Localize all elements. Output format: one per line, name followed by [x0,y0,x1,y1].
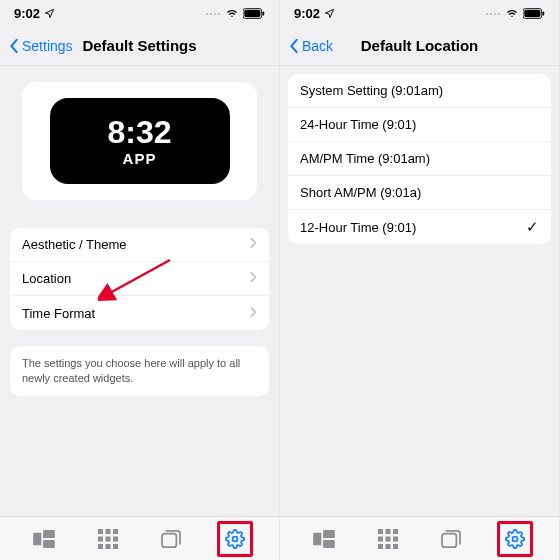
tab-card[interactable] [433,521,469,557]
option-12-hour[interactable]: 12-Hour Time (9:01) ✓ [288,210,551,244]
status-time: 9:02 [14,6,40,21]
status-time: 9:02 [294,6,320,21]
row-location[interactable]: Location [10,262,269,296]
svg-rect-25 [385,529,390,534]
row-label: Location [22,271,71,286]
page-title: Default Settings [82,37,196,54]
option-24-hour[interactable]: 24-Hour Time (9:01) [288,108,551,142]
battery-icon [523,8,545,19]
back-button[interactable]: Back [288,38,333,54]
location-arrow-icon [324,8,335,19]
back-button[interactable]: Settings [8,38,73,54]
svg-rect-22 [323,530,335,538]
row-label: Aesthetic / Theme [22,237,127,252]
status-bar: 9:02 •••• [280,0,559,26]
option-ampm[interactable]: AM/PM Time (9:01am) [288,142,551,176]
svg-rect-29 [393,536,398,541]
chevron-left-icon [8,38,20,54]
option-label: 12-Hour Time (9:01) [300,220,416,235]
chevron-right-icon [249,237,257,252]
svg-rect-9 [113,529,118,534]
svg-rect-24 [378,529,383,534]
svg-rect-14 [105,544,110,549]
svg-rect-2 [262,11,264,15]
tab-widgets[interactable] [26,521,62,557]
content: System Setting (9:01am) 24-Hour Time (9:… [280,66,559,516]
svg-rect-23 [323,539,335,547]
nav-bar: Back Default Location [280,26,559,66]
dots-icon: •••• [206,9,221,18]
panels-icon [313,530,335,548]
svg-rect-5 [43,530,55,538]
wifi-icon [505,8,519,19]
svg-rect-21 [313,532,321,545]
option-label: Short AM/PM (9:01a) [300,185,421,200]
content: 8:32 APP Aesthetic / Theme Location Time… [0,66,279,516]
back-label: Settings [22,38,73,54]
widget-time: 8:32 [107,116,171,148]
svg-rect-30 [378,544,383,549]
tab-grid[interactable] [370,521,406,557]
svg-rect-28 [385,536,390,541]
svg-rect-33 [442,533,456,547]
option-system-setting[interactable]: System Setting (9:01am) [288,74,551,108]
screen-default-settings: 9:02 •••• Settings Default Settings 8:32… [0,0,280,560]
svg-rect-1 [244,9,260,17]
back-label: Back [302,38,333,54]
svg-rect-13 [98,544,103,549]
panels-icon [33,530,55,548]
svg-rect-7 [98,529,103,534]
svg-rect-10 [98,536,103,541]
svg-rect-16 [162,533,176,547]
page-title: Default Location [361,37,479,54]
tab-card[interactable] [153,521,189,557]
grid-icon [98,529,118,549]
svg-rect-31 [385,544,390,549]
svg-rect-12 [113,536,118,541]
screen-time-format: 9:02 •••• Back Default Location System S… [280,0,560,560]
tab-settings[interactable] [217,521,253,557]
checkmark-icon: ✓ [526,218,539,236]
svg-rect-19 [524,9,540,17]
footer-note: The settings you choose here will apply … [10,346,269,396]
tab-widgets[interactable] [306,521,342,557]
dots-icon: •••• [486,9,501,18]
svg-rect-4 [33,532,41,545]
gear-icon [505,529,525,549]
svg-rect-6 [43,539,55,547]
row-label: Time Format [22,306,95,321]
svg-point-17 [233,536,238,541]
card-icon [441,530,461,548]
tab-bar [280,516,559,560]
option-label: 24-Hour Time (9:01) [300,117,416,132]
grid-icon [378,529,398,549]
option-short-ampm[interactable]: Short AM/PM (9:01a) [288,176,551,210]
wifi-icon [225,8,239,19]
options-group: System Setting (9:01am) 24-Hour Time (9:… [288,74,551,244]
svg-rect-8 [105,529,110,534]
widget-preview-card: 8:32 APP [22,82,257,200]
widget-subtitle: APP [123,150,157,167]
tab-bar [0,516,279,560]
widget-preview: 8:32 APP [50,98,230,184]
chevron-left-icon [288,38,300,54]
nav-bar: Settings Default Settings [0,26,279,66]
tab-grid[interactable] [90,521,126,557]
svg-rect-15 [113,544,118,549]
gear-icon [225,529,245,549]
svg-rect-11 [105,536,110,541]
svg-rect-32 [393,544,398,549]
status-bar: 9:02 •••• [0,0,279,26]
row-aesthetic[interactable]: Aesthetic / Theme [10,228,269,262]
settings-group: Aesthetic / Theme Location Time Format [10,228,269,330]
svg-point-34 [513,536,518,541]
row-time-format[interactable]: Time Format [10,296,269,330]
svg-rect-20 [542,11,544,15]
tab-settings[interactable] [497,521,533,557]
option-label: AM/PM Time (9:01am) [300,151,430,166]
option-label: System Setting (9:01am) [300,83,443,98]
battery-icon [243,8,265,19]
svg-rect-27 [378,536,383,541]
svg-rect-26 [393,529,398,534]
chevron-right-icon [249,306,257,321]
